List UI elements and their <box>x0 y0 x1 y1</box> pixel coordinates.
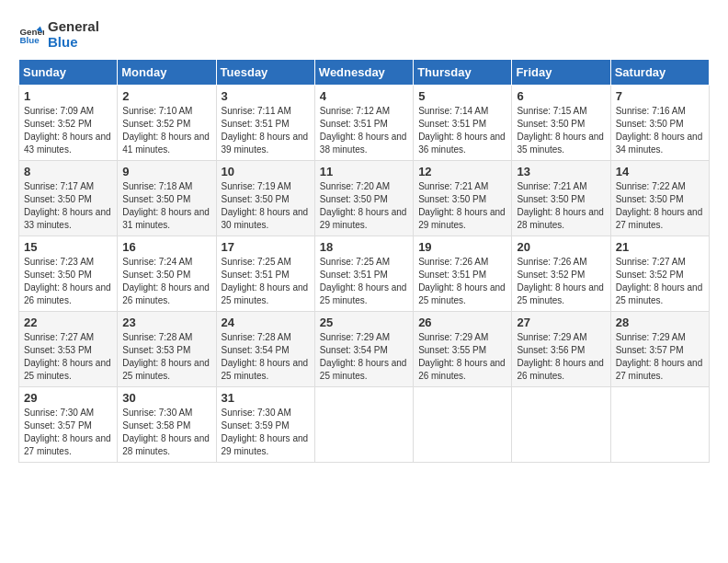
day-number: 8 <box>24 165 112 178</box>
cell-info: Sunrise: 7:14 AMSunset: 3:51 PMDaylight:… <box>418 105 506 156</box>
day-number: 21 <box>616 240 704 254</box>
week-row-4: 22 Sunrise: 7:27 AMSunset: 3:53 PMDaylig… <box>19 312 710 387</box>
cell-info: Sunrise: 7:16 AMSunset: 3:50 PMDaylight:… <box>616 105 704 156</box>
day-cell: 25 Sunrise: 7:29 AMSunset: 3:54 PMDaylig… <box>314 312 413 387</box>
header-cell-sunday: Sunday <box>19 60 118 86</box>
cell-info: Sunrise: 7:25 AMSunset: 3:51 PMDaylight:… <box>222 256 310 307</box>
day-number: 9 <box>122 165 210 178</box>
day-number: 24 <box>222 316 310 329</box>
cell-info: Sunrise: 7:12 AMSunset: 3:51 PMDaylight:… <box>320 105 408 156</box>
cell-info: Sunrise: 7:17 AMSunset: 3:50 PMDaylight:… <box>24 180 112 232</box>
day-cell: 5 Sunrise: 7:14 AMSunset: 3:51 PMDayligh… <box>414 86 512 161</box>
cell-info: Sunrise: 7:28 AMSunset: 3:54 PMDaylight:… <box>222 331 310 383</box>
week-row-5: 29 Sunrise: 7:30 AMSunset: 3:57 PMDaylig… <box>19 387 710 463</box>
cell-info: Sunrise: 7:19 AMSunset: 3:50 PMDaylight:… <box>222 180 310 232</box>
cell-info: Sunrise: 7:25 AMSunset: 3:51 PMDaylight:… <box>320 256 408 307</box>
day-cell: 4 Sunrise: 7:12 AMSunset: 3:51 PMDayligh… <box>314 86 413 161</box>
cell-info: Sunrise: 7:24 AMSunset: 3:50 PMDaylight:… <box>122 256 210 307</box>
day-number: 29 <box>24 391 112 405</box>
header-row: SundayMondayTuesdayWednesdayThursdayFrid… <box>19 60 710 86</box>
header-cell-monday: Monday <box>118 60 216 86</box>
cell-info: Sunrise: 7:26 AMSunset: 3:51 PMDaylight:… <box>418 256 506 307</box>
cell-info: Sunrise: 7:09 AMSunset: 3:52 PMDaylight:… <box>24 105 112 156</box>
logo-icon: General Blue <box>18 21 44 47</box>
day-number: 4 <box>320 89 408 103</box>
day-cell <box>610 387 709 463</box>
day-number: 7 <box>616 89 704 103</box>
day-cell: 15 Sunrise: 7:23 AMSunset: 3:50 PMDaylig… <box>19 236 118 312</box>
day-cell: 2 Sunrise: 7:10 AMSunset: 3:52 PMDayligh… <box>118 86 216 161</box>
cell-info: Sunrise: 7:18 AMSunset: 3:50 PMDaylight:… <box>122 180 210 232</box>
day-cell: 12 Sunrise: 7:21 AMSunset: 3:50 PMDaylig… <box>414 161 512 236</box>
day-number: 10 <box>222 165 310 178</box>
day-number: 31 <box>222 391 310 405</box>
calendar-body: 1 Sunrise: 7:09 AMSunset: 3:52 PMDayligh… <box>19 86 710 463</box>
header-cell-tuesday: Tuesday <box>216 60 314 86</box>
week-row-2: 8 Sunrise: 7:17 AMSunset: 3:50 PMDayligh… <box>19 161 710 236</box>
calendar-table: SundayMondayTuesdayWednesdayThursdayFrid… <box>18 59 710 463</box>
cell-info: Sunrise: 7:29 AMSunset: 3:55 PMDaylight:… <box>418 331 506 383</box>
day-cell: 28 Sunrise: 7:29 AMSunset: 3:57 PMDaylig… <box>610 312 709 387</box>
cell-info: Sunrise: 7:11 AMSunset: 3:51 PMDaylight:… <box>222 105 310 156</box>
day-number: 2 <box>122 89 210 103</box>
day-cell: 6 Sunrise: 7:15 AMSunset: 3:50 PMDayligh… <box>512 86 610 161</box>
day-number: 28 <box>616 316 704 329</box>
day-number: 20 <box>517 240 605 254</box>
day-number: 1 <box>24 89 112 103</box>
cell-info: Sunrise: 7:29 AMSunset: 3:56 PMDaylight:… <box>517 331 605 383</box>
day-number: 27 <box>517 316 605 329</box>
day-cell: 20 Sunrise: 7:26 AMSunset: 3:52 PMDaylig… <box>512 236 610 312</box>
header-cell-saturday: Saturday <box>610 60 709 86</box>
header-cell-wednesday: Wednesday <box>314 60 413 86</box>
day-cell: 10 Sunrise: 7:19 AMSunset: 3:50 PMDaylig… <box>216 161 314 236</box>
day-number: 5 <box>418 89 506 103</box>
day-number: 16 <box>122 240 210 254</box>
cell-info: Sunrise: 7:20 AMSunset: 3:50 PMDaylight:… <box>320 180 408 232</box>
cell-info: Sunrise: 7:10 AMSunset: 3:52 PMDaylight:… <box>122 105 210 156</box>
day-cell: 18 Sunrise: 7:25 AMSunset: 3:51 PMDaylig… <box>314 236 413 312</box>
cell-info: Sunrise: 7:15 AMSunset: 3:50 PMDaylight:… <box>517 105 605 156</box>
week-row-1: 1 Sunrise: 7:09 AMSunset: 3:52 PMDayligh… <box>19 86 710 161</box>
day-cell: 3 Sunrise: 7:11 AMSunset: 3:51 PMDayligh… <box>216 86 314 161</box>
day-cell: 24 Sunrise: 7:28 AMSunset: 3:54 PMDaylig… <box>216 312 314 387</box>
day-cell: 9 Sunrise: 7:18 AMSunset: 3:50 PMDayligh… <box>118 161 216 236</box>
day-cell: 23 Sunrise: 7:28 AMSunset: 3:53 PMDaylig… <box>118 312 216 387</box>
week-row-3: 15 Sunrise: 7:23 AMSunset: 3:50 PMDaylig… <box>19 236 710 312</box>
day-number: 19 <box>418 240 506 254</box>
day-number: 18 <box>320 240 408 254</box>
cell-info: Sunrise: 7:30 AMSunset: 3:59 PMDaylight:… <box>222 407 310 458</box>
cell-info: Sunrise: 7:29 AMSunset: 3:54 PMDaylight:… <box>320 331 408 383</box>
day-number: 15 <box>24 240 112 254</box>
cell-info: Sunrise: 7:26 AMSunset: 3:52 PMDaylight:… <box>517 256 605 307</box>
cell-info: Sunrise: 7:27 AMSunset: 3:52 PMDaylight:… <box>616 256 704 307</box>
day-cell: 1 Sunrise: 7:09 AMSunset: 3:52 PMDayligh… <box>19 86 118 161</box>
cell-info: Sunrise: 7:29 AMSunset: 3:57 PMDaylight:… <box>616 331 704 383</box>
day-cell: 22 Sunrise: 7:27 AMSunset: 3:53 PMDaylig… <box>19 312 118 387</box>
cell-info: Sunrise: 7:21 AMSunset: 3:50 PMDaylight:… <box>517 180 605 232</box>
day-number: 12 <box>418 165 506 178</box>
cell-info: Sunrise: 7:30 AMSunset: 3:58 PMDaylight:… <box>122 407 210 458</box>
day-cell: 14 Sunrise: 7:22 AMSunset: 3:50 PMDaylig… <box>610 161 709 236</box>
cell-info: Sunrise: 7:28 AMSunset: 3:53 PMDaylight:… <box>122 331 210 383</box>
day-cell: 19 Sunrise: 7:26 AMSunset: 3:51 PMDaylig… <box>414 236 512 312</box>
day-number: 6 <box>517 89 605 103</box>
day-number: 22 <box>24 316 112 329</box>
page-header: General Blue General Blue <box>18 18 710 50</box>
header-cell-thursday: Thursday <box>414 60 512 86</box>
cell-info: Sunrise: 7:23 AMSunset: 3:50 PMDaylight:… <box>24 256 112 307</box>
day-number: 11 <box>320 165 408 178</box>
day-cell: 16 Sunrise: 7:24 AMSunset: 3:50 PMDaylig… <box>118 236 216 312</box>
day-number: 26 <box>418 316 506 329</box>
day-number: 23 <box>122 316 210 329</box>
svg-text:Blue: Blue <box>19 35 40 45</box>
day-number: 17 <box>222 240 310 254</box>
cell-info: Sunrise: 7:22 AMSunset: 3:50 PMDaylight:… <box>616 180 704 232</box>
day-cell: 7 Sunrise: 7:16 AMSunset: 3:50 PMDayligh… <box>610 86 709 161</box>
logo: General Blue General Blue <box>18 18 99 50</box>
day-cell <box>414 387 512 463</box>
day-number: 14 <box>616 165 704 178</box>
day-cell <box>512 387 610 463</box>
day-number: 30 <box>122 391 210 405</box>
logo-text-general: General <box>48 18 99 34</box>
day-cell: 13 Sunrise: 7:21 AMSunset: 3:50 PMDaylig… <box>512 161 610 236</box>
